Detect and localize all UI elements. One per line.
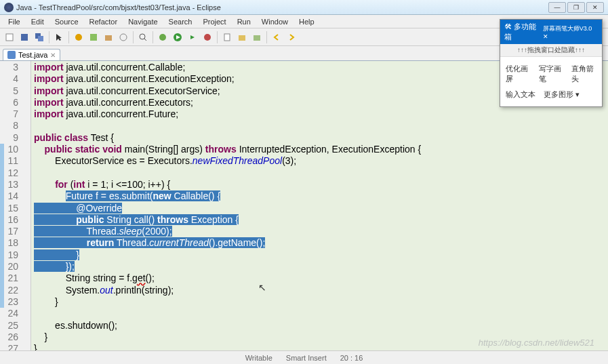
float-titlebar[interactable]: 🛠 多功能箱 屏幕画笔大师V3.0 ✕ bbox=[500, 20, 602, 44]
close-button[interactable]: ✕ bbox=[586, 2, 604, 13]
float-body: 优化画屏 写字画笔 直角箭头 输入文本 更多图形 ▾ bbox=[500, 57, 602, 106]
run-last-button[interactable] bbox=[186, 31, 199, 44]
menu-project[interactable]: Project bbox=[197, 16, 231, 27]
toolbar-sep bbox=[133, 31, 134, 43]
menu-source[interactable]: Source bbox=[49, 16, 84, 27]
forward-button[interactable] bbox=[285, 31, 298, 44]
menu-run[interactable]: Run bbox=[232, 16, 256, 27]
svg-rect-0 bbox=[6, 34, 13, 41]
tab-testjava[interactable]: Test.java ✕ bbox=[3, 49, 60, 60]
line-number: 24 bbox=[0, 308, 18, 319]
ext-tools-button[interactable] bbox=[201, 31, 214, 44]
saveall-button[interactable] bbox=[33, 31, 46, 44]
minimize-button[interactable]: — bbox=[548, 2, 566, 13]
float-item-text[interactable]: 输入文本 bbox=[506, 89, 535, 100]
window-title: Java - TestThreadPool/src/com/bjsxt/test… bbox=[16, 3, 548, 12]
new-button[interactable] bbox=[3, 31, 16, 44]
menu-navigate[interactable]: Navigate bbox=[123, 16, 163, 27]
svg-point-8 bbox=[140, 34, 145, 39]
new-java-button[interactable] bbox=[220, 31, 234, 44]
float-item-pen[interactable]: 写字画笔 bbox=[539, 64, 564, 84]
float-item-optimize[interactable]: 优化画屏 bbox=[506, 64, 531, 84]
status-insert: Smart Insert bbox=[286, 354, 327, 362]
new-folder-button[interactable] bbox=[235, 31, 249, 44]
float-item-arrow[interactable]: 直角箭头 bbox=[571, 64, 596, 84]
toolbar-sep bbox=[217, 31, 218, 43]
svg-line-9 bbox=[144, 39, 146, 41]
toolbox-icon: 🛠 bbox=[504, 22, 512, 31]
line-number: 9 bbox=[0, 132, 18, 144]
line-number: 7 bbox=[0, 108, 18, 120]
code-line[interactable]: es.shutdown(); bbox=[34, 320, 608, 331]
code-line[interactable]: public String call() throws Exception { bbox=[34, 214, 608, 226]
java-file-icon bbox=[7, 51, 16, 59]
code-line[interactable]: @Override bbox=[34, 203, 608, 214]
code-line[interactable]: System.out.println(string); bbox=[34, 285, 608, 296]
code-line[interactable]: String string = f.get(); bbox=[34, 272, 608, 284]
float-close-icon[interactable]: ✕ bbox=[543, 33, 548, 40]
debug-button[interactable] bbox=[156, 31, 169, 44]
line-number: 26 bbox=[0, 331, 18, 343]
svg-rect-3 bbox=[38, 36, 43, 41]
code-line[interactable]: Future f = es.submit(new Callable() { bbox=[34, 190, 608, 202]
status-writable: Writable bbox=[245, 354, 272, 362]
svg-rect-14 bbox=[239, 35, 245, 41]
gutter: 3456789101112131415161718192021222324252… bbox=[0, 61, 31, 364]
window-controls: — ❐ ✕ bbox=[548, 2, 604, 13]
menu-refactor[interactable]: Refactor bbox=[84, 16, 123, 27]
run-button[interactable] bbox=[171, 31, 184, 44]
tab-close-icon[interactable]: ✕ bbox=[50, 52, 56, 59]
watermark: https://blog.csdn.net/lidew521 bbox=[479, 338, 594, 348]
cursor-button[interactable] bbox=[52, 31, 66, 44]
code-line[interactable]: return Thread.currentThread().getName(); bbox=[34, 237, 608, 249]
float-item-more[interactable]: 更多图形 ▾ bbox=[544, 89, 580, 100]
svg-rect-13 bbox=[224, 34, 230, 41]
menu-edit[interactable]: Edit bbox=[26, 16, 49, 27]
line-number: 8 bbox=[0, 120, 18, 132]
change-marker bbox=[0, 144, 4, 308]
float-toolbox[interactable]: 🛠 多功能箱 屏幕画笔大师V3.0 ✕ ↑↑↑拖拽窗口处隐藏↑↑↑ 优化画屏 写… bbox=[500, 19, 603, 107]
code-line[interactable]: }); bbox=[34, 261, 608, 272]
eclipse-icon bbox=[4, 3, 14, 12]
status-pos: 20 : 16 bbox=[340, 354, 363, 362]
line-number: 4 bbox=[0, 73, 18, 85]
code-line[interactable]: } bbox=[34, 249, 608, 261]
save-button[interactable] bbox=[18, 31, 31, 44]
maximize-button[interactable]: ❐ bbox=[567, 2, 585, 13]
code-line[interactable]: ExecutorService es = Executors.newFixedT… bbox=[34, 155, 608, 167]
svg-rect-1 bbox=[21, 34, 28, 41]
search-button[interactable] bbox=[136, 31, 150, 44]
svg-point-7 bbox=[120, 34, 127, 41]
menu-search[interactable]: Search bbox=[163, 16, 198, 27]
debug-skip-button[interactable] bbox=[72, 31, 85, 44]
dropdown-icon: ▾ bbox=[575, 90, 580, 98]
line-number: 5 bbox=[0, 85, 18, 97]
code-line[interactable]: Thread.sleep(2000); bbox=[34, 226, 608, 237]
code-line[interactable] bbox=[34, 120, 608, 132]
toolbar-sep bbox=[266, 31, 267, 43]
code-line[interactable]: public class Test { bbox=[34, 132, 608, 144]
code-line[interactable]: import java.util.concurrent.Future; bbox=[34, 108, 608, 120]
code-line[interactable]: } bbox=[34, 296, 608, 308]
back-button[interactable] bbox=[270, 31, 283, 44]
menu-window[interactable]: Window bbox=[256, 16, 293, 27]
code-line[interactable]: for (int i = 1; i <=100; i++) { bbox=[34, 179, 608, 190]
menu-help[interactable]: Help bbox=[293, 16, 320, 27]
open-type-button[interactable] bbox=[117, 31, 130, 44]
toolbar-sep bbox=[68, 31, 69, 43]
statusbar: Writable Smart Insert 20 : 16 bbox=[0, 350, 608, 364]
new-src-button[interactable] bbox=[250, 31, 264, 44]
menu-file[interactable]: File bbox=[3, 16, 26, 27]
line-number: 25 bbox=[0, 320, 18, 331]
new-package-button[interactable] bbox=[102, 31, 115, 44]
line-number: 3 bbox=[0, 62, 18, 73]
svg-point-10 bbox=[159, 34, 166, 41]
svg-point-4 bbox=[75, 34, 82, 41]
code-line[interactable] bbox=[34, 308, 608, 319]
new-class-button[interactable] bbox=[87, 31, 100, 44]
float-app: 屏幕画笔大师V3.0 bbox=[543, 25, 592, 32]
code-line[interactable]: public static void main(String[] args) t… bbox=[34, 144, 608, 155]
toolbar-sep bbox=[49, 31, 49, 43]
code-line[interactable] bbox=[34, 167, 608, 179]
toolbar-sep bbox=[153, 31, 153, 43]
